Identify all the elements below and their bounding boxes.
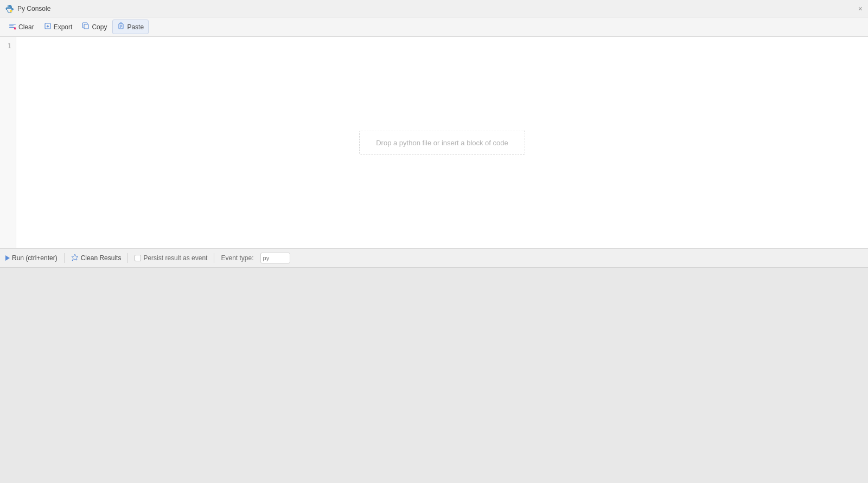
clean-icon [71, 254, 79, 263]
separator-1 [64, 253, 65, 263]
persist-checkbox[interactable] [135, 255, 141, 261]
export-label: Export [54, 23, 73, 31]
drop-hint-text: Drop a python file or insert a block of … [376, 139, 508, 147]
drop-hint: Drop a python file or insert a block of … [359, 131, 525, 155]
output-area [0, 268, 868, 483]
clean-results-label: Clean Results [81, 254, 122, 262]
separator-2 [127, 253, 128, 263]
export-button[interactable]: Export [40, 20, 77, 34]
editor-content[interactable]: Drop a python file or insert a block of … [16, 37, 868, 248]
copy-icon [82, 22, 90, 31]
run-icon [5, 255, 10, 261]
svg-rect-5 [9, 25, 14, 26]
svg-rect-4 [9, 24, 16, 24]
run-button[interactable]: Run (ctrl+enter) [5, 254, 58, 262]
python-icon [5, 4, 14, 13]
toolbar: Clear Export Copy [0, 17, 868, 37]
svg-rect-1 [10, 10, 12, 12]
event-type-input[interactable] [260, 253, 290, 263]
title-bar: Py Console × [0, 0, 868, 17]
editor-area[interactable]: 1 Drop a python file or insert a block o… [0, 37, 868, 248]
clean-results-button[interactable]: Clean Results [71, 254, 122, 263]
run-label: Run (ctrl+enter) [12, 254, 58, 262]
close-button[interactable]: × [858, 5, 863, 12]
event-type-label: Event type: [221, 254, 253, 262]
svg-rect-11 [84, 24, 88, 29]
svg-rect-0 [8, 5, 10, 7]
copy-button[interactable]: Copy [78, 20, 111, 34]
persist-label[interactable]: Persist result as event [135, 254, 207, 262]
clear-icon [9, 22, 16, 31]
paste-button[interactable]: Paste [112, 20, 149, 34]
svg-point-2 [8, 5, 9, 6]
paste-icon [117, 22, 125, 31]
title-bar-left: Py Console [5, 4, 50, 13]
clear-label: Clear [18, 23, 34, 31]
svg-point-3 [11, 11, 11, 11]
persist-text: Persist result as event [143, 254, 207, 262]
svg-rect-6 [9, 27, 15, 28]
clear-button[interactable]: Clear [4, 20, 39, 34]
paste-label: Paste [127, 23, 144, 31]
separator-3 [214, 253, 214, 263]
export-icon [44, 22, 52, 31]
copy-label: Copy [92, 23, 107, 31]
bottom-toolbar: Run (ctrl+enter) Clean Results Persist r… [0, 248, 868, 268]
line-numbers: 1 [0, 37, 16, 248]
line-number-1: 1 [8, 42, 11, 50]
window-title: Py Console [17, 5, 50, 12]
